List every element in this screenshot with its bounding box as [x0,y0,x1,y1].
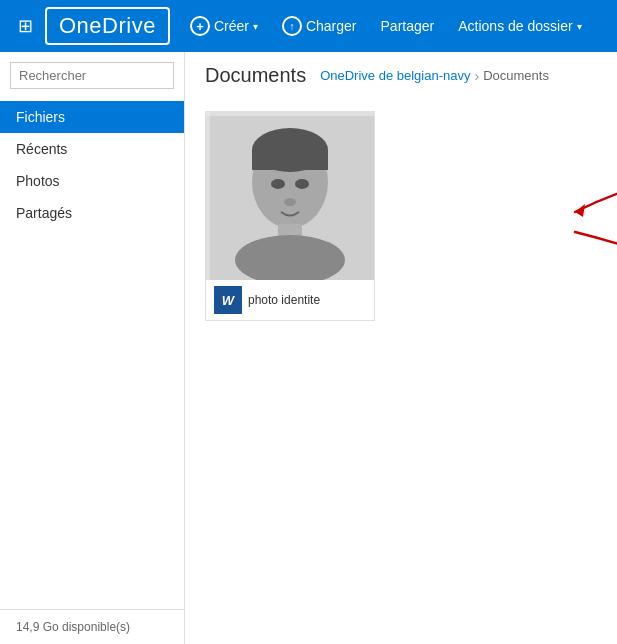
upload-icon: ↑ [282,16,302,36]
svg-point-9 [284,198,296,206]
breadcrumb-home-link[interactable]: OneDrive de belgian-navy [320,68,470,83]
create-icon: + [190,16,210,36]
search-input[interactable] [10,62,174,89]
folder-actions-chevron: ▾ [577,21,582,32]
sidebar-item-fichiers[interactable]: Fichiers [0,101,184,133]
top-navigation: ⊞ OneDrive + Créer ▾ ↑ Charger Partager … [0,0,617,52]
main-content: Documents OneDrive de belgian-navy › Doc… [185,52,617,644]
layout: Fichiers Récents Photos Partagés 14,9 Go… [0,52,617,644]
file-name: photo identite [248,293,320,307]
svg-rect-11 [206,112,210,280]
breadcrumb-current: Documents [205,64,306,87]
sidebar-nav: Fichiers Récents Photos Partagés [0,101,184,609]
topnav-actions: + Créer ▾ ↑ Charger Partager Actions de … [178,8,594,44]
breadcrumb-separator: › [474,68,479,84]
file-card-photo-identite[interactable]: W photo identite [205,111,375,321]
create-button[interactable]: + Créer ▾ [178,8,270,44]
storage-info: 14,9 Go disponible(s) [0,609,184,644]
sidebar: Fichiers Récents Photos Partagés 14,9 Go… [0,52,185,644]
svg-rect-4 [252,150,328,170]
share-button[interactable]: Partager [369,10,447,42]
sidebar-item-photos[interactable]: Photos [0,165,184,197]
file-thumbnail [206,112,374,280]
file-info: W photo identite [206,280,374,320]
folder-actions-button[interactable]: Actions de dossier ▾ [446,10,593,42]
svg-rect-10 [206,112,374,116]
thumbnail-image [206,112,374,280]
word-icon: W [214,286,242,314]
sidebar-item-recents[interactable]: Récents [0,133,184,165]
file-grid: W photo identite [205,103,597,321]
svg-point-8 [295,179,309,189]
grid-icon[interactable]: ⊞ [10,7,41,45]
onedrive-brand[interactable]: OneDrive [45,7,170,45]
sidebar-item-partages[interactable]: Partagés [0,197,184,229]
breadcrumb-current-trail: Documents [483,68,549,83]
breadcrumb-trail: OneDrive de belgian-navy › Documents [320,68,549,84]
svg-point-7 [271,179,285,189]
breadcrumb: Documents OneDrive de belgian-navy › Doc… [205,64,597,87]
create-chevron: ▾ [253,21,258,32]
upload-button[interactable]: ↑ Charger [270,8,369,44]
search-box[interactable] [10,62,174,89]
